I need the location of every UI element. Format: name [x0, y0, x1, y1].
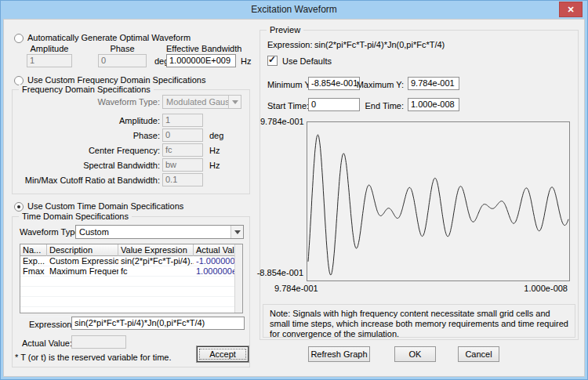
dialog-title: Excitation Waveform	[1, 4, 587, 15]
preview-expression-label: Expression:	[267, 40, 312, 49]
cell-actual-value: 1.000000e...	[194, 266, 234, 276]
table-header-name[interactable]: Na...	[20, 244, 47, 256]
graph-xleft-label: 9.784e-001	[274, 284, 318, 293]
freq-phase-unit: deg	[209, 131, 223, 140]
time-waveform-type-label: Waveform Type:	[20, 227, 82, 237]
graph-ymin-label: -8.854e-001	[252, 268, 303, 277]
frequency-domain-group-title: Frequency Domain Specifications	[19, 85, 154, 94]
table-header-row: Na... Description Value Expression Actua…	[20, 244, 242, 256]
radio-custom-time[interactable]	[14, 202, 24, 212]
freq-spectral-bandwidth-field[interactable]: bw	[162, 158, 203, 172]
time-domain-group-title: Time Domain Specifications	[19, 212, 132, 221]
freq-center-frequency-label: Center Frequency:	[16, 146, 160, 155]
ok-button[interactable]: OK	[394, 346, 436, 362]
expression-label: Expression:	[29, 320, 74, 329]
actual-value-label: Actual Value:	[22, 338, 72, 348]
time-waveform-type-value: Custom	[79, 227, 109, 237]
radio-auto-waveform-label: Automatically Generate Optimal Waveform	[27, 33, 191, 42]
cell-value-expression: fc	[118, 266, 194, 276]
freq-center-frequency-field[interactable]: fc	[162, 143, 203, 157]
cell-description: Custom Expressio...	[47, 256, 118, 266]
radio-custom-time-label: Use Custom Time Domain Specifications	[27, 201, 183, 211]
end-time-field[interactable]: 1.000e-008	[408, 98, 459, 111]
graph-xright-label: 1.000e-008	[487, 284, 568, 293]
preview-expression-value: sin(2*pi*Fc*T-pi/4)*Jn(0,pi*Fc*T/4)	[314, 40, 445, 49]
close-icon: ✕	[567, 5, 574, 14]
cell-value-expression: sin(2*pi*Fc*T-pi/4)...	[118, 256, 194, 266]
maximum-y-label: Maximum Y:	[338, 80, 404, 89]
dropdown-arrow-icon	[228, 96, 241, 108]
cell-name: Exp...	[20, 256, 47, 266]
table-row-empty	[20, 277, 242, 287]
freq-cutoff-ratio-field[interactable]: 0.1	[162, 173, 203, 186]
amplitude-field[interactable]: 1	[27, 54, 72, 67]
table-header-value-expression[interactable]: Value Expression	[118, 244, 194, 256]
title-bar[interactable]: Excitation Waveform ✕	[1, 1, 587, 19]
checkmark-icon: ✓	[268, 54, 276, 65]
amplitude-column-label: Amplitude	[27, 44, 72, 53]
table-row[interactable]: Exp... Custom Expressio... sin(2*pi*Fc*T…	[20, 256, 242, 266]
phase-column-label: Phase	[98, 44, 147, 53]
freq-waveform-type-combo[interactable]: Modulated Gaussian	[162, 95, 241, 109]
freq-spectral-bandwidth-unit: Hz	[209, 161, 220, 170]
dropdown-arrow-icon	[230, 226, 243, 238]
cell-name: Fmax	[20, 266, 47, 276]
table-header-actual-value[interactable]: Actual Value	[194, 244, 234, 256]
excitation-waveform-dialog: Excitation Waveform ✕ Automatically Gene…	[0, 0, 588, 380]
time-waveform-type-combo[interactable]: Custom	[75, 225, 244, 239]
cancel-button[interactable]: Cancel	[458, 346, 499, 362]
phase-field[interactable]: 0	[98, 54, 147, 67]
actual-value-field	[71, 335, 126, 349]
cell-description: Maximum Frequency	[47, 266, 118, 276]
bandwidth-unit-label: Hz	[241, 56, 251, 66]
use-defaults-checkbox[interactable]: ✓	[267, 56, 278, 66]
table-scrollbar[interactable]	[234, 244, 242, 313]
waveform-graph	[307, 121, 570, 281]
note-text: Note: Signals with high frequency conten…	[263, 305, 575, 343]
start-time-label: Start Time:	[267, 101, 309, 110]
cell-actual-value: -1.000000e...	[194, 256, 234, 266]
freq-waveform-type-label: Waveform Type:	[16, 97, 160, 107]
time-footnote: * T (or t) is the reserved variable for …	[15, 353, 172, 362]
time-parameters-table[interactable]: Na... Description Value Expression Actua…	[20, 244, 243, 313]
preview-group-title: Preview	[267, 25, 303, 34]
use-defaults-label: Use Defaults	[282, 56, 332, 66]
graph-ymax-label: 9.784e-001	[260, 117, 304, 126]
radio-custom-frequency-label: Use Custom Frequency Domain Specificatio…	[27, 75, 205, 85]
effective-bandwidth-field[interactable]: 1.000000E+009	[166, 54, 236, 67]
expression-input[interactable]: sin(2*pi*Fc*T-pi/4)*Jn(0,pi*Fc*T/4)	[71, 317, 245, 330]
freq-phase-label: Phase:	[16, 131, 160, 140]
freq-cutoff-ratio-label: Min/Max Cutoff Ratio at Bandwidth:	[16, 176, 160, 185]
freq-amplitude-field[interactable]: 1	[162, 114, 203, 127]
freq-spectral-bandwidth-label: Spectral Bandwidth:	[16, 161, 160, 170]
freq-amplitude-label: Amplitude:	[16, 116, 160, 125]
accept-button[interactable]: Accept	[197, 346, 249, 362]
table-row[interactable]: Fmax Maximum Frequency fc 1.000000e...	[20, 266, 242, 277]
close-button[interactable]: ✕	[559, 2, 583, 17]
refresh-graph-button[interactable]: Refresh Graph	[308, 346, 370, 362]
maximum-y-field[interactable]: 9.784e-001	[408, 77, 459, 90]
bandwidth-column-label: Effective Bandwidth	[166, 44, 236, 53]
waveform-plot	[307, 122, 569, 280]
radio-auto-waveform[interactable]	[14, 34, 24, 43]
freq-phase-field[interactable]: 0	[162, 128, 203, 142]
waveform-curve	[308, 135, 568, 275]
note-box: Note: Signals with high frequency conten…	[263, 304, 575, 338]
end-time-label: End Time:	[338, 101, 404, 110]
minimum-y-label: Minimum Y:	[267, 80, 312, 89]
freq-center-frequency-unit: Hz	[209, 146, 220, 155]
table-header-description[interactable]: Description	[47, 244, 118, 256]
table-row-empty	[20, 287, 242, 297]
table-row-empty	[20, 297, 242, 307]
